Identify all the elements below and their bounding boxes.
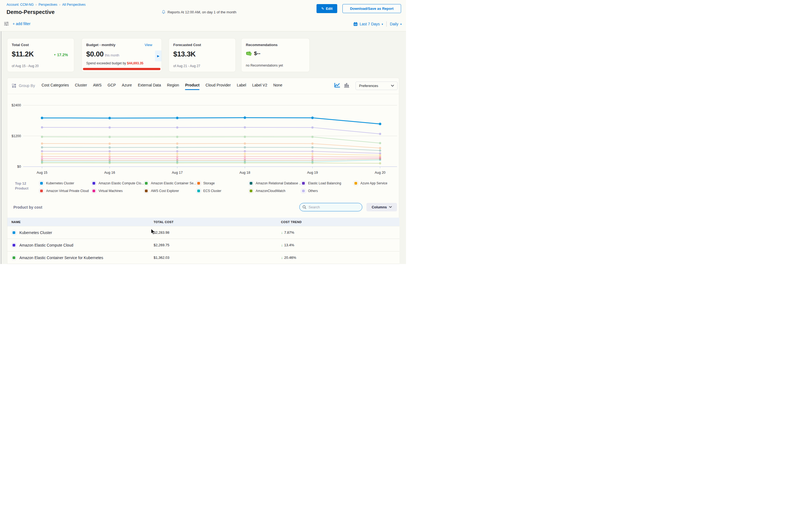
row-color-swatch [12, 243, 16, 248]
legend-title: Top 12 Product [15, 181, 28, 191]
groupby-tab-label[interactable]: Label [237, 83, 246, 88]
svg-text:$2400: $2400 [12, 103, 21, 107]
reports-note: Reports At 12:00 AM, on day 1 of the mon… [161, 10, 236, 14]
budget-card: Budget - monthly View $0.00this month Sp… [82, 38, 162, 72]
legend-item-label: Azure App Service [360, 181, 388, 185]
table-header-name[interactable]: NAME [12, 220, 154, 224]
groupby-tab-none[interactable]: None [273, 83, 282, 88]
card-carousel-next-button[interactable]: ▶ [155, 50, 161, 61]
legend-item-storage[interactable]: Storage [196, 181, 249, 186]
preferences-label: Preferences [359, 84, 378, 88]
groupby-tab-azure[interactable]: Azure [122, 83, 132, 88]
chart-series-amazon-virtual-private-cloud [41, 156, 381, 158]
budget-amount: $0.00 [86, 50, 104, 58]
perspective-page: Account: CCM-NG › Perspectives › All Per… [0, 0, 406, 264]
groupby-label: Group By [19, 84, 35, 88]
svg-text:Aug 15: Aug 15 [37, 171, 47, 175]
table-header-cost-trend[interactable]: COST TREND [281, 220, 400, 224]
row-name: Amazon Elastic Container Service for Kub… [19, 255, 103, 260]
table-header-total-cost[interactable]: TOTAL COST [154, 220, 281, 224]
groupby-tab-aws[interactable]: AWS [93, 83, 102, 88]
columns-dropdown[interactable]: Columns [366, 203, 397, 211]
legend-item-aws-cost-explorer[interactable]: AWS Cost Explorer [144, 189, 196, 193]
play-icon: ▶ [157, 54, 159, 58]
total-cost-delta: ▼ 17.2% [54, 53, 68, 57]
legend-swatch [196, 189, 201, 193]
groupby-tab-label-v2[interactable]: Label V2 [252, 83, 267, 88]
download-button-label: Download/Save as Report [350, 6, 394, 11]
groupby-tabs: Cost CategoriesClusterAWSGCPAzureExterna… [42, 83, 282, 88]
legend-item-others[interactable]: Others [301, 189, 353, 193]
window-left-edge [1, 0, 1, 264]
forecasted-cost-period: of Aug 21 - Aug 27 [173, 64, 200, 68]
legend-item-label: Amazon Elastic Container Se... [151, 181, 196, 185]
filter-sliders-icon[interactable] [4, 21, 9, 27]
chevron-down-icon: ▾ [382, 23, 383, 26]
legend-item-elastic-load-balancing[interactable]: Elastic Load Balancing [301, 181, 353, 186]
trend-down-icon: ↓ [281, 231, 283, 235]
legend-item-label: Kubernetes Cluster [46, 181, 74, 185]
row-name: Amazon Elastic Compute Cloud [19, 243, 73, 247]
grid-icon [12, 84, 16, 88]
filter-bar: + add filter Last 7 Days ▾ Daily ▾ [0, 16, 406, 31]
legend-item-azure-app-service[interactable]: Azure App Service [353, 181, 406, 186]
edit-button[interactable]: ✎ Edit [317, 4, 337, 13]
legend-item-amazon-virtual-private-cloud[interactable]: Amazon Virtual Private Cloud [39, 189, 91, 193]
legend-item-label: Storage [203, 181, 215, 185]
perspective-main-panel: Group By Cost CategoriesClusterAWSGCPAzu… [7, 78, 399, 264]
breadcrumb-perspectives[interactable]: Perspectives [39, 3, 57, 6]
legend-item-amazon-relational-database[interactable]: Amazon Relational Database ... [249, 181, 301, 186]
groupby-tab-gcp[interactable]: GCP [107, 83, 116, 88]
budget-view-link[interactable]: View [145, 43, 152, 47]
groupby-tab-region[interactable]: Region [167, 83, 179, 88]
legend-swatch [301, 189, 306, 193]
row-color-swatch [12, 255, 16, 260]
groupby-tab-product[interactable]: Product [185, 83, 200, 88]
breadcrumb-separator-icon: › [59, 3, 60, 6]
granularity-select[interactable]: Daily ▾ [390, 22, 402, 26]
recommendations-value: $-- [254, 50, 260, 57]
download-save-report-button[interactable]: Download/Save as Report [343, 4, 401, 13]
chart-series-others [41, 126, 381, 135]
breadcrumb-account[interactable]: Account: CCM-NG [6, 3, 33, 6]
legend-swatch [301, 181, 306, 186]
total-cost-card: Total Cost $11.2K ▼ 17.2% of Aug 15 - Au… [7, 38, 74, 72]
date-range-select[interactable]: Last 7 Days ▾ [353, 22, 383, 26]
table-header: NAMETOTAL COSTCOST TREND [8, 218, 400, 226]
legend-item-label: Amazon Elastic Compute Clo... [99, 181, 144, 185]
recommendations-card: Recommendations $-- no Recommendations y… [241, 38, 310, 72]
chevron-down-icon [391, 85, 394, 87]
table-row-amazon-elastic-compute-cloud[interactable]: Amazon Elastic Compute Cloud$2,269.75↓13… [8, 239, 400, 251]
groupby-tab-external-data[interactable]: External Data [138, 83, 161, 88]
forecasted-cost-title: Forecasted Cost [173, 43, 201, 47]
legend-swatch [144, 181, 149, 186]
groupby-tab-cost-categories[interactable]: Cost Categories [42, 83, 69, 88]
page-header: Account: CCM-NG › Perspectives › All Per… [0, 0, 406, 16]
table-row-amazon-elastic-container-service-for-kubernetes[interactable]: Amazon Elastic Container Service for Kub… [8, 251, 400, 264]
table-search[interactable] [299, 203, 362, 211]
search-input[interactable] [308, 205, 359, 209]
legend-item-ecs-cluster[interactable]: ECS Cluster [196, 189, 249, 193]
svg-text:Aug 19: Aug 19 [307, 171, 318, 175]
table-row-kubernetes-cluster[interactable]: Kubernetes Cluster$2,283.98↓7.87% [8, 226, 400, 239]
preferences-dropdown[interactable]: Preferences [356, 82, 397, 90]
groupby-tab-cluster[interactable]: Cluster [75, 83, 87, 88]
pencil-icon: ✎ [321, 6, 324, 11]
svg-text:Aug 20: Aug 20 [375, 171, 386, 175]
legend-item-amazoncloudwatch[interactable]: AmazonCloudWatch [249, 189, 301, 193]
add-filter-button[interactable]: + add filter [13, 21, 31, 26]
legend-item-virtual-machines[interactable]: Virtual Machines [91, 189, 144, 193]
groupby-tab-cloud-provider[interactable]: Cloud Provider [205, 83, 231, 88]
legend-item-amazon-elastic-compute-clo[interactable]: Amazon Elastic Compute Clo... [91, 181, 144, 186]
reports-note-text: Reports At 12:00 AM, on day 1 of the mon… [168, 10, 236, 14]
legend-item-kubernetes-cluster[interactable]: Kubernetes Cluster [39, 181, 91, 186]
legend-swatch [249, 189, 253, 193]
legend-swatch [39, 189, 44, 193]
breadcrumb-all-perspectives[interactable]: All Perspectives [62, 3, 85, 6]
bar-chart-icon[interactable] [344, 83, 349, 89]
legend-item-amazon-elastic-container-se[interactable]: Amazon Elastic Container Se... [144, 181, 196, 186]
row-color-swatch [12, 230, 16, 235]
line-chart-icon[interactable] [334, 83, 340, 89]
product-cost-table: NAMETOTAL COSTCOST TREND Kubernetes Clus… [8, 218, 400, 264]
breadcrumb-separator-icon: › [35, 3, 37, 6]
